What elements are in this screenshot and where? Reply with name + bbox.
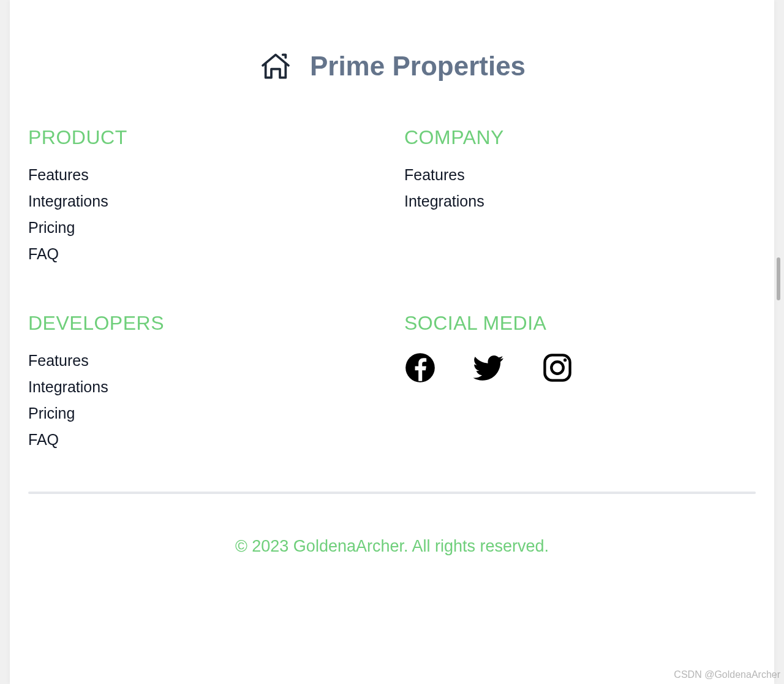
list-item: Features — [404, 166, 756, 184]
list-item: Integrations — [404, 192, 756, 210]
footer-link-faq[interactable]: FAQ — [28, 245, 59, 262]
footer-link-integrations[interactable]: Integrations — [28, 192, 108, 210]
footer-columns: PRODUCT Features Integrations Pricing FA… — [28, 126, 756, 479]
svg-rect-1 — [545, 355, 570, 380]
watermark-text: CSDN @GoldenaArcher — [674, 669, 780, 680]
list-item: Integrations — [28, 192, 380, 210]
list-item: Pricing — [28, 405, 380, 422]
footer-link-integrations[interactable]: Integrations — [28, 378, 108, 395]
column-social: SOCIAL MEDIA — [404, 312, 756, 449]
svg-point-3 — [564, 359, 567, 362]
brand-name: Prime Properties — [310, 51, 526, 82]
scrollbar[interactable] — [777, 257, 780, 300]
link-list-company: Features Integrations — [404, 166, 756, 210]
house-icon — [258, 49, 293, 83]
footer-link-faq[interactable]: FAQ — [28, 431, 59, 448]
list-item: Features — [28, 352, 380, 370]
column-product: PRODUCT Features Integrations Pricing FA… — [28, 126, 380, 263]
copyright-text: © 2023 GoldenaArcher. All rights reserve… — [28, 537, 756, 556]
list-item: Features — [28, 166, 380, 184]
list-item: Pricing — [28, 219, 380, 237]
footer-link-features[interactable]: Features — [28, 166, 89, 183]
column-heading-developers: DEVELOPERS — [28, 312, 380, 335]
footer-divider — [28, 492, 756, 494]
list-item: Integrations — [28, 378, 380, 396]
column-heading-social: SOCIAL MEDIA — [404, 312, 756, 335]
column-heading-product: PRODUCT — [28, 126, 380, 149]
instagram-icon[interactable] — [541, 352, 573, 384]
footer-link-integrations[interactable]: Integrations — [404, 192, 484, 210]
list-item: FAQ — [28, 431, 380, 449]
list-item: FAQ — [28, 245, 380, 263]
content-top-spacer — [10, 0, 774, 31]
column-heading-company: COMPANY — [404, 126, 756, 149]
column-developers: DEVELOPERS Features Integrations Pricing… — [28, 312, 380, 449]
footer-link-pricing[interactable]: Pricing — [28, 219, 75, 236]
footer-link-features[interactable]: Features — [404, 166, 465, 183]
footer-link-features[interactable]: Features — [28, 352, 89, 369]
footer: Prime Properties PRODUCT Features Integr… — [10, 31, 774, 593]
link-list-product: Features Integrations Pricing FAQ — [28, 166, 380, 263]
page-wrapper: Prime Properties PRODUCT Features Integr… — [10, 0, 774, 684]
link-list-developers: Features Integrations Pricing FAQ — [28, 352, 380, 449]
twitter-icon[interactable] — [473, 352, 505, 384]
facebook-icon[interactable] — [404, 352, 436, 384]
brand-row: Prime Properties — [28, 49, 756, 83]
column-company: COMPANY Features Integrations — [404, 126, 756, 263]
footer-link-pricing[interactable]: Pricing — [28, 405, 75, 422]
social-icons-row — [404, 352, 756, 384]
svg-point-2 — [551, 362, 564, 374]
